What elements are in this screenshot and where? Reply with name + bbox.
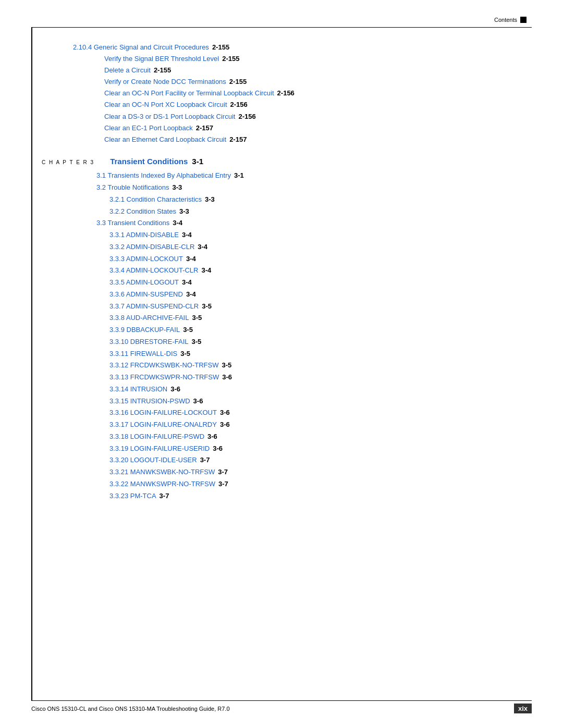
toc-row-verify-ber: Verify the Signal BER Threshold Level 2-… [42, 53, 521, 65]
toc-row-s3_3_6: 3.3.6 ADMIN-SUSPEND3-4 [42, 289, 521, 301]
toc-row-s3_3_22: 3.3.22 MANWKSWPR-NO-TRFSW3-7 [42, 478, 521, 490]
toc-link-s3_3_4[interactable]: 3.3.4 ADMIN-LOCKOUT-CLR [109, 265, 199, 277]
toc-page-clear-ec1: 2-157 [196, 122, 213, 134]
toc-row-s3_3_16: 3.3.16 LOGIN-FAILURE-LOCKOUT3-6 [42, 407, 521, 419]
toc-page-s3_3_15: 3-6 [193, 396, 203, 408]
toc-link-s3_3[interactable]: 3.3 Transient Conditions [96, 217, 169, 229]
toc-row-s3_2: 3.2 Trouble Notifications3-3 [42, 182, 521, 194]
toc-row-s3_3_15: 3.3.15 INTRUSION-PSWD3-6 [42, 396, 521, 408]
toc-row-s3_2_2: 3.2.2 Condition States3-3 [42, 206, 521, 218]
toc-page-s3_2: 3-3 [172, 182, 182, 194]
toc-link-2104[interactable]: 2.10.4 Generic Signal and Circuit Proced… [73, 42, 209, 53]
toc-link-s3_3_11[interactable]: 3.3.11 FIREWALL-DIS [109, 348, 177, 360]
toc-row-clear-ec1: Clear an EC-1 Port Loopback 2-157 [42, 122, 521, 134]
toc-page-clear-ds3: 2-156 [238, 111, 255, 122]
toc-row-s3_3_13: 3.3.13 FRCDWKSWPR-NO-TRFSW3-6 [42, 372, 521, 384]
sections-list: 3.1 Transients Indexed By Alphabetical E… [42, 170, 521, 502]
toc-row-s3_3: 3.3 Transient Conditions3-4 [42, 217, 521, 229]
toc-page-s3_2_1: 3-3 [205, 194, 215, 206]
toc-page-s3_3_14: 3-6 [170, 384, 180, 396]
toc-link-s3_2_1[interactable]: 3.2.1 Condition Characteristics [109, 194, 202, 206]
toc-link-s3_3_19[interactable]: 3.3.19 LOGIN-FAILURE-USERID [109, 443, 210, 455]
toc-row-delete-circuit: Delete a Circuit 2-155 [42, 65, 521, 76]
toc-link-s3_3_1[interactable]: 3.3.1 ADMIN-DISABLE [109, 229, 179, 241]
header-square-icon [520, 17, 527, 23]
toc-page-s3_3_4: 3-4 [202, 265, 212, 277]
toc-row-verify-dcc: Verify or Create Node DCC Terminations 2… [42, 76, 521, 88]
toc-link-s3_3_2[interactable]: 3.3.2 ADMIN-DISABLE-CLR [109, 241, 194, 253]
toc-link-delete-circuit[interactable]: Delete a Circuit [104, 65, 151, 76]
toc-link-s3_3_17[interactable]: 3.3.17 LOGIN-FAILURE-ONALRDY [109, 419, 217, 431]
toc-link-s3_3_20[interactable]: 3.3.20 LOGOUT-IDLE-USER [109, 454, 197, 466]
toc-page-clear-ocn-xc: 2-156 [230, 99, 248, 110]
toc-link-s3_3_6[interactable]: 3.3.6 ADMIN-SUSPEND [109, 289, 183, 301]
page-header: Contents [494, 17, 527, 23]
toc-row-s3_3_21: 3.3.21 MANWKSWBK-NO-TRFSW3-7 [42, 466, 521, 478]
toc-link-s3_3_14[interactable]: 3.3.14 INTRUSION [109, 384, 167, 396]
toc-row-s3_1: 3.1 Transients Indexed By Alphabetical E… [42, 170, 521, 182]
toc-row-clear-ds3: Clear a DS-3 or DS-1 Port Loopback Circu… [42, 111, 521, 122]
toc-row-s3_3_11: 3.3.11 FIREWALL-DIS3-5 [42, 348, 521, 360]
toc-link-verify-dcc[interactable]: Verify or Create Node DCC Terminations [104, 76, 226, 88]
footer-page-number: xix [514, 704, 532, 713]
toc-link-s3_3_7[interactable]: 3.3.7 ADMIN-SUSPEND-CLR [109, 301, 199, 313]
toc-link-s3_3_10[interactable]: 3.3.10 DBRESTORE-FAIL [109, 336, 189, 348]
toc-link-s3_2[interactable]: 3.2 Trouble Notifications [96, 182, 169, 194]
toc-link-s3_3_12[interactable]: 3.3.12 FRCDWKSWBK-NO-TRFSW [109, 360, 218, 372]
toc-page-s3_3_20: 3-7 [200, 454, 210, 466]
toc-link-s3_3_15[interactable]: 3.3.15 INTRUSION-PSWD [109, 396, 190, 408]
toc-link-s3_3_9[interactable]: 3.3.9 DBBACKUP-FAIL [109, 324, 180, 336]
table-of-contents: 2.10.4 Generic Signal and Circuit Proced… [42, 36, 521, 502]
toc-link-clear-ec1[interactable]: Clear an EC-1 Port Loopback [104, 122, 193, 134]
toc-page-s3_3_23: 3-7 [160, 490, 169, 502]
toc-row-clear-ocn-facility: Clear an OC-N Port Facility or Terminal … [42, 88, 521, 99]
toc-page-s3_3: 3-4 [173, 217, 182, 229]
bottom-border [31, 700, 532, 701]
toc-page-s3_3_22: 3-7 [218, 478, 228, 490]
toc-row-s3_3_5: 3.3.5 ADMIN-LOGOUT3-4 [42, 277, 521, 289]
toc-page-clear-ocn-facility: 2-156 [277, 88, 295, 99]
toc-link-s3_3_18[interactable]: 3.3.18 LOGIN-FAILURE-PSWD [109, 431, 204, 443]
toc-link-s3_3_3[interactable]: 3.3.3 ADMIN-LOCKOUT [109, 253, 183, 265]
toc-link-clear-ocn-xc[interactable]: Clear an OC-N Port XC Loopback Circuit [104, 99, 227, 110]
toc-link-clear-ds3[interactable]: Clear a DS-3 or DS-1 Port Loopback Circu… [104, 111, 235, 122]
toc-page-s3_3_1: 3-4 [182, 229, 192, 241]
header-label: Contents [494, 17, 517, 23]
toc-page-s3_3_21: 3-7 [218, 466, 228, 478]
toc-row-s3_3_1: 3.3.1 ADMIN-DISABLE3-4 [42, 229, 521, 241]
toc-link-s3_3_22[interactable]: 3.3.22 MANWKSWPR-NO-TRFSW [109, 478, 215, 490]
toc-page-s3_3_13: 3-6 [222, 372, 232, 384]
toc-link-clear-ethernet[interactable]: Clear an Ethernet Card Loopback Circuit [104, 134, 226, 145]
chapter3-title[interactable]: Transient Conditions [110, 155, 188, 168]
toc-link-s3_1[interactable]: 3.1 Transients Indexed By Alphabetical E… [96, 170, 231, 182]
toc-link-s3_2_2[interactable]: 3.2.2 Condition States [109, 206, 176, 218]
toc-row-s3_3_23: 3.3.23 PM-TCA3-7 [42, 490, 521, 502]
toc-row-s3_3_3: 3.3.3 ADMIN-LOCKOUT3-4 [42, 253, 521, 265]
toc-link-s3_3_13[interactable]: 3.3.13 FRCDWKSWPR-NO-TRFSW [109, 372, 219, 384]
toc-link-verify-ber[interactable]: Verify the Signal BER Threshold Level [104, 53, 219, 65]
toc-link-s3_3_8[interactable]: 3.3.8 AUD-ARCHIVE-FAIL [109, 312, 189, 324]
chapter3-row: C H A P T E R 3 Transient Conditions 3-1 [42, 155, 521, 168]
toc-page-s3_1: 3-1 [234, 170, 244, 182]
toc-row-s3_3_7: 3.3.7 ADMIN-SUSPEND-CLR3-5 [42, 301, 521, 313]
toc-page-s3_3_5: 3-4 [182, 277, 192, 289]
toc-row-s3_3_4: 3.3.4 ADMIN-LOCKOUT-CLR3-4 [42, 265, 521, 277]
toc-content: 2.10.4 Generic Signal and Circuit Proced… [42, 36, 521, 692]
footer-title: Cisco ONS 15310-CL and Cisco ONS 15310-M… [31, 706, 230, 712]
toc-row-s3_3_19: 3.3.19 LOGIN-FAILURE-USERID3-6 [42, 443, 521, 455]
toc-row-2104: 2.10.4 Generic Signal and Circuit Proced… [42, 42, 521, 53]
toc-page-s3_3_6: 3-4 [186, 289, 196, 301]
toc-link-s3_3_23[interactable]: 3.3.23 PM-TCA [109, 490, 156, 502]
toc-row-clear-ethernet: Clear an Ethernet Card Loopback Circuit … [42, 134, 521, 145]
toc-page-s3_3_19: 3-6 [213, 443, 223, 455]
page-footer: Cisco ONS 15310-CL and Cisco ONS 15310-M… [31, 704, 532, 713]
toc-link-s3_3_16[interactable]: 3.3.16 LOGIN-FAILURE-LOCKOUT [109, 407, 217, 419]
toc-row-s3_3_2: 3.3.2 ADMIN-DISABLE-CLR3-4 [42, 241, 521, 253]
toc-link-clear-ocn-facility[interactable]: Clear an OC-N Port Facility or Terminal … [104, 88, 274, 99]
page: Contents 2.10.4 Generic Signal and Circu… [0, 0, 563, 728]
toc-page-2104: 2-155 [212, 42, 229, 53]
toc-row-s3_3_8: 3.3.8 AUD-ARCHIVE-FAIL3-5 [42, 312, 521, 324]
toc-row-s3_3_9: 3.3.9 DBBACKUP-FAIL3-5 [42, 324, 521, 336]
toc-link-s3_3_5[interactable]: 3.3.5 ADMIN-LOGOUT [109, 277, 179, 289]
toc-link-s3_3_21[interactable]: 3.3.21 MANWKSWBK-NO-TRFSW [109, 466, 215, 478]
